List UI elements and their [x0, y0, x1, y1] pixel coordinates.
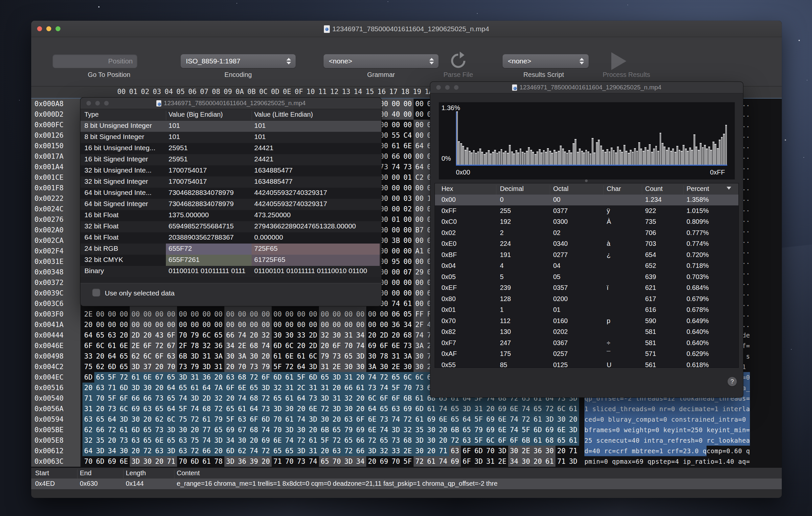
byte-cell[interactable]: 30: [272, 330, 284, 341]
ascii-char[interactable]: e: [663, 456, 667, 467]
ascii-char[interactable]: n: [679, 414, 683, 425]
ascii-char[interactable]: _: [730, 425, 734, 435]
byte-cell[interactable]: 6E: [390, 341, 402, 351]
byte-cell[interactable]: 3D: [461, 404, 473, 414]
byte-cell[interactable]: 2E: [130, 341, 142, 351]
byte-cell[interactable]: 31: [307, 446, 319, 456]
byte-cell[interactable]: 63: [142, 404, 153, 414]
ascii-char[interactable]: 1: [718, 456, 722, 467]
byte-cell[interactable]: 61: [413, 414, 425, 425]
ascii-char[interactable]: =: [655, 446, 659, 456]
byte-cell[interactable]: 70: [485, 446, 496, 456]
byte-cell[interactable]: 00: [390, 99, 402, 109]
byte-cell[interactable]: 00: [413, 109, 425, 119]
byte-cell[interactable]: 00: [248, 309, 260, 320]
help-button[interactable]: ?: [728, 377, 737, 386]
ascii-char[interactable]: e: [608, 404, 612, 414]
byte-cell[interactable]: 30: [354, 361, 366, 372]
byte-cell[interactable]: 32: [402, 425, 413, 435]
byte-cell[interactable]: 2D: [307, 341, 319, 351]
byte-cell[interactable]: 20: [224, 361, 236, 372]
ascii-char[interactable]: .: [691, 446, 695, 456]
ascii-char[interactable]: s: [643, 404, 647, 414]
byte-cell[interactable]: 20: [532, 456, 544, 467]
ascii-char[interactable]: r: [620, 414, 624, 425]
byte-cell[interactable]: 63: [331, 446, 343, 456]
byte-cell[interactable]: 20: [567, 414, 579, 425]
histogram-row-0xAF[interactable]: 0xAF1750257¯5710.629%: [435, 349, 738, 359]
ascii-char[interactable]: n: [647, 435, 651, 446]
ascii-char[interactable]: [746, 361, 750, 372]
ascii-char[interactable]: =: [738, 414, 742, 425]
byte-cell[interactable]: 65: [248, 383, 260, 393]
byte-cell[interactable]: 69: [496, 404, 508, 414]
byte-cell[interactable]: 65: [165, 393, 177, 404]
ascii-char[interactable]: s: [608, 425, 612, 435]
ascii-char[interactable]: s: [683, 414, 687, 425]
byte-cell[interactable]: 74: [260, 341, 272, 351]
hex-row-0x0056A[interactable]: 0x0056A3120736C696365645F746872656164733…: [31, 404, 782, 414]
byte-cell[interactable]: 6E: [307, 404, 319, 414]
byte-cell[interactable]: 34: [224, 435, 236, 446]
byte-cell[interactable]: 20: [189, 425, 201, 435]
ascii-char[interactable]: =: [746, 425, 750, 435]
byte-cell[interactable]: 61: [118, 425, 130, 435]
ascii-char[interactable]: =: [588, 446, 592, 456]
ascii-char[interactable]: n: [742, 425, 746, 435]
byte-cell[interactable]: 6F: [378, 393, 390, 404]
ascii-char[interactable]: n: [722, 425, 726, 435]
byte-cell[interactable]: 63: [224, 372, 236, 383]
byte-cell[interactable]: 6D: [532, 425, 544, 435]
byte-cell[interactable]: 65: [165, 372, 177, 383]
byte-cell[interactable]: 6E: [118, 456, 130, 467]
use-only-selected-data-checkbox[interactable]: [92, 289, 100, 296]
ascii-char[interactable]: 3: [687, 446, 691, 456]
byte-cell[interactable]: 72: [331, 435, 343, 446]
byte-cell[interactable]: 74: [177, 393, 189, 404]
ascii-char[interactable]: r: [663, 404, 667, 414]
byte-cell[interactable]: 00: [378, 309, 390, 320]
byte-cell[interactable]: 74: [236, 393, 248, 404]
byte-cell[interactable]: 5F: [319, 435, 331, 446]
byte-cell[interactable]: 74: [354, 341, 366, 351]
ascii-char[interactable]: m: [734, 425, 738, 435]
byte-cell[interactable]: 68: [544, 435, 555, 446]
byte-cell[interactable]: 20: [153, 361, 165, 372]
ascii-char[interactable]: _: [715, 414, 718, 425]
byte-cell[interactable]: 31: [343, 372, 354, 383]
ascii-char[interactable]: y: [671, 425, 675, 435]
byte-cell[interactable]: C2: [413, 172, 425, 183]
ascii-char[interactable]: .: [746, 214, 750, 225]
ascii-char[interactable]: i: [632, 425, 636, 435]
byte-cell[interactable]: 6D: [130, 425, 142, 435]
byte-cell[interactable]: 65: [212, 330, 224, 341]
byte-cell[interactable]: 00: [153, 320, 165, 330]
byte-cell[interactable]: 69: [449, 456, 461, 467]
byte-cell[interactable]: 2E: [331, 361, 343, 372]
byte-cell[interactable]: 20: [153, 383, 165, 393]
byte-cell[interactable]: 3A: [402, 351, 413, 361]
byte-cell[interactable]: 6E: [437, 414, 449, 425]
ascii-char[interactable]: .: [746, 256, 750, 267]
byte-cell[interactable]: 00: [390, 183, 402, 193]
byte-cell[interactable]: 3A: [212, 351, 224, 361]
ascii-char[interactable]: m: [620, 456, 624, 467]
byte-cell[interactable]: 65: [343, 435, 354, 446]
ascii-char[interactable]: q: [703, 446, 706, 456]
ascii-char[interactable]: a: [596, 425, 600, 435]
byte-cell[interactable]: 61: [354, 383, 366, 393]
ascii-char[interactable]: 0: [600, 414, 604, 425]
byte-cell[interactable]: 6C: [165, 414, 177, 425]
byte-cell[interactable]: 3A: [413, 341, 425, 351]
byte-cell[interactable]: 00: [236, 309, 248, 320]
byte-cell[interactable]: 6C: [307, 351, 319, 361]
byte-cell[interactable]: 20: [354, 393, 366, 404]
byte-cell[interactable]: 00: [248, 320, 260, 330]
ascii-char[interactable]: _: [632, 414, 636, 425]
byte-cell[interactable]: 71: [165, 456, 177, 467]
byte-cell[interactable]: 72: [402, 414, 413, 425]
ascii-char[interactable]: o: [640, 414, 643, 425]
ascii-char[interactable]: =: [632, 456, 636, 467]
byte-cell[interactable]: 5F: [295, 372, 307, 383]
byte-cell[interactable]: B7: [413, 225, 425, 235]
